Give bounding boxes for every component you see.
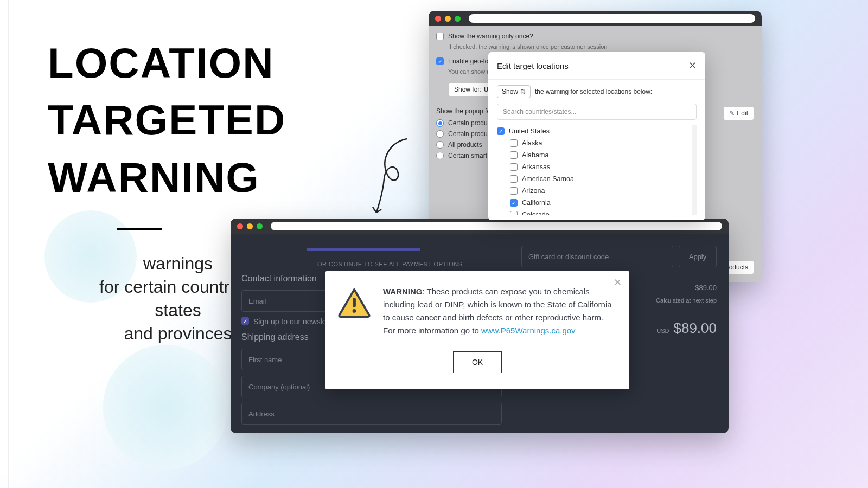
ship-note-value: Calculated at next step (656, 297, 717, 304)
window-close-dot[interactable] (237, 223, 243, 229)
location-checkbox[interactable] (510, 187, 518, 195)
warning-icon (337, 287, 371, 318)
subtotal-value: $89.00 (695, 284, 717, 292)
currency-label: USD (656, 328, 669, 334)
show-for-prefix: Show for: (454, 86, 482, 93)
show-once-checkbox[interactable] (436, 33, 444, 40)
radio-icon[interactable] (436, 130, 444, 138)
total-value: $89.00 (673, 320, 717, 336)
location-label: United States (509, 127, 550, 135)
action-row: Show ⇅ the warning for selected location… (497, 85, 697, 98)
location-node[interactable]: Arizona (497, 185, 689, 197)
apply-button[interactable]: Apply (679, 246, 717, 267)
location-node[interactable]: Alabama (497, 149, 689, 161)
location-checkbox[interactable]: ✓ (497, 127, 505, 135)
edit-button[interactable]: ✎ Edit (723, 106, 754, 120)
window-min-dot[interactable] (247, 223, 253, 229)
location-node[interactable]: American Samoa (497, 173, 689, 185)
location-node[interactable]: ✓United States (497, 125, 689, 137)
location-node[interactable]: Arkansas (497, 161, 689, 173)
close-icon[interactable]: ✕ (614, 277, 622, 288)
ok-button[interactable]: OK (453, 351, 502, 373)
location-label: Arizona (522, 187, 545, 195)
window-max-dot[interactable] (455, 16, 461, 22)
chevron-updown-icon: ⇅ (520, 88, 526, 95)
location-label: American Samoa (522, 175, 574, 183)
action-select[interactable]: Show ⇅ (497, 85, 531, 98)
edit-label: Edit (737, 110, 748, 117)
location-node[interactable]: Alaska (497, 137, 689, 149)
modal-header: Edit target locations ✕ (488, 52, 705, 80)
hero-title-line: LOCATION (48, 39, 275, 87)
address-bar[interactable] (469, 14, 755, 23)
location-checkbox[interactable] (510, 151, 518, 159)
warning-text: WARNING: These products can expose you t… (383, 285, 614, 337)
newsletter-label: Sign up to our newsletter (253, 317, 337, 326)
location-checkbox[interactable] (510, 211, 518, 215)
modal-title: Edit target locations (497, 61, 569, 70)
action-suffix: the warning for selected locations below… (535, 88, 652, 95)
search-input[interactable]: Search countries/states... (497, 104, 697, 120)
window-titlebar (429, 11, 762, 26)
radio-icon[interactable] (436, 152, 444, 159)
location-label: Alaska (522, 139, 542, 147)
location-label: California (522, 199, 551, 207)
location-label: Arkansas (522, 163, 550, 171)
hero-sub-line: and provinces (124, 324, 232, 343)
continue-label: OR CONTINUE TO SEE ALL PAYMENT OPTIONS (317, 261, 502, 267)
geo-checkbox[interactable]: ✓ (436, 57, 444, 65)
location-checkbox[interactable] (510, 163, 518, 171)
decorative-blob (103, 345, 228, 470)
svg-rect-0 (353, 298, 356, 307)
close-icon[interactable]: ✕ (688, 60, 697, 72)
window-titlebar (231, 219, 729, 234)
location-label: Colorado (522, 211, 550, 215)
arrow-icon (369, 137, 418, 218)
discount-row: Gift card or discount code Apply (521, 246, 717, 267)
radio-icon[interactable] (436, 119, 444, 127)
show-once-help: If checked, the warning is shown once pe… (448, 43, 754, 50)
hero-sub-line: states (155, 300, 201, 320)
window-min-dot[interactable] (445, 16, 451, 22)
hero-sub-line: warnings (143, 254, 213, 273)
progress-bar (307, 248, 420, 251)
address-bar[interactable] (271, 222, 722, 230)
radio-icon[interactable] (436, 141, 444, 149)
opt-label: All products (448, 141, 482, 149)
location-checkbox[interactable] (510, 175, 518, 183)
warning-prefix: WARNING (383, 287, 423, 296)
location-checkbox[interactable] (510, 139, 518, 147)
warning-link[interactable]: www.P65Warnings.ca.gov (481, 326, 576, 335)
location-checkbox[interactable]: ✓ (510, 199, 518, 207)
window-close-dot[interactable] (435, 16, 441, 22)
edit-locations-modal: Edit target locations ✕ Show ⇅ the warni… (488, 52, 705, 220)
location-tree[interactable]: ✓United StatesAlaskaAlabamaArkansasAmeri… (497, 125, 697, 215)
newsletter-checkbox[interactable]: ✓ (241, 317, 249, 325)
address-field[interactable]: Address (241, 403, 502, 425)
discount-field[interactable]: Gift card or discount code (521, 246, 673, 267)
divider (117, 228, 162, 230)
location-label: Alabama (522, 151, 548, 159)
location-node[interactable]: ✓California (497, 197, 689, 209)
warning-popup: ✕ WARNING: These products can expose you… (326, 271, 629, 389)
hero-title: LOCATION TARGETED WARNING (48, 35, 420, 206)
modal-body: Show ⇅ the warning for selected location… (488, 80, 705, 220)
show-once-row: Show the warning only once? (436, 33, 754, 40)
hero-title-line: WARNING (48, 153, 260, 201)
window-max-dot[interactable] (257, 223, 263, 229)
svg-point-1 (353, 309, 356, 313)
location-node[interactable]: Colorado (497, 209, 689, 215)
action-value: Show (502, 88, 518, 95)
hero-title-line: TARGETED (48, 96, 286, 144)
show-once-label: Show the warning only once? (448, 33, 533, 40)
